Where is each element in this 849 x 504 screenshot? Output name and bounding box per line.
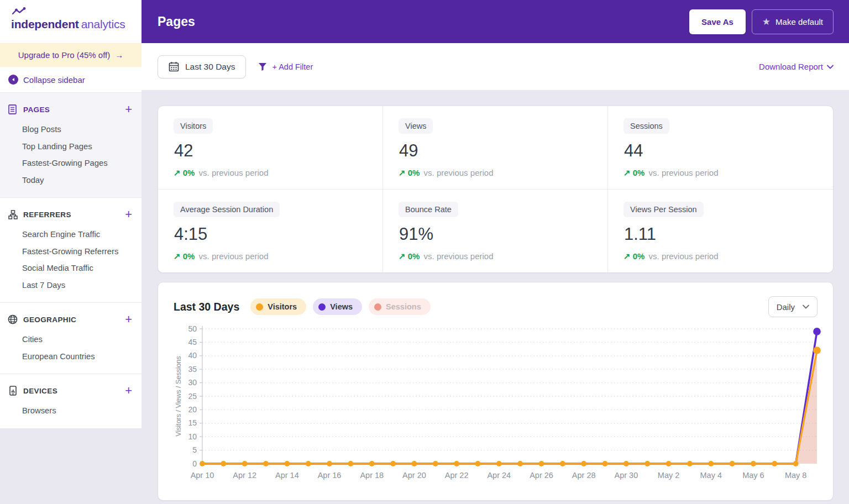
stat-compare-label: vs. previous period <box>421 251 493 261</box>
add-filter-button[interactable]: + Add Filter <box>258 62 313 71</box>
globe-icon <box>8 314 18 324</box>
stat-label-badge: Views <box>399 118 433 134</box>
collapse-sidebar-button[interactable]: Collapse sidebar <box>0 67 142 93</box>
legend-dot-sessions <box>374 303 381 311</box>
svg-text:Apr 16: Apr 16 <box>318 471 342 480</box>
sidebar-item-browsers[interactable]: Browsers <box>22 402 142 419</box>
sidebar-item-search-engine-traffic[interactable]: Search Engine Traffic <box>22 226 142 243</box>
sidebar-item-blog-posts[interactable]: Blog Posts <box>22 121 142 138</box>
stat-card-views-per-session: Views Per Session1.11↗ 0% vs. previous p… <box>608 190 833 272</box>
sidebar-item-fastest-growing-pages[interactable]: Fastest-Growing Pages <box>22 155 142 172</box>
svg-text:Apr 18: Apr 18 <box>360 471 384 480</box>
funnel-icon <box>258 62 267 71</box>
svg-text:Apr 26: Apr 26 <box>530 471 553 480</box>
sidebar-item-today[interactable]: Today <box>22 172 142 189</box>
trend-up-icon: ↗ 0% <box>623 168 644 177</box>
stat-value: 42 <box>174 141 367 161</box>
legend-label: Views <box>330 302 353 311</box>
content-area: Visitors42↗ 0% vs. previous periodViews4… <box>142 90 849 504</box>
chart-legend: VisitorsViewsSessions <box>250 298 430 315</box>
make-default-button[interactable]: ★ Make default <box>752 9 834 34</box>
chart-header: Last 30 Days VisitorsViewsSessions Daily <box>174 296 824 317</box>
sidebar: independentanalytics Upgrade to Pro (45%… <box>0 0 142 504</box>
document-icon <box>8 104 18 114</box>
svg-text:Apr 28: Apr 28 <box>572 471 596 480</box>
upgrade-label: Upgrade to Pro (45% off) <box>18 50 110 60</box>
legend-dot-visitors <box>256 303 263 311</box>
sidebar-section-header-devices[interactable]: DEVICES+ <box>0 382 142 399</box>
svg-text:20: 20 <box>188 405 197 414</box>
stat-card-visitors: Visitors42↗ 0% vs. previous period <box>158 106 383 190</box>
line-chart-logo-icon <box>12 7 27 15</box>
svg-text:10: 10 <box>188 432 197 441</box>
stat-label-badge: Visitors <box>174 118 213 134</box>
download-report-button[interactable]: Download Report <box>759 62 834 71</box>
filter-bar: Last 30 Days + Add Filter Download Repor… <box>142 43 849 90</box>
save-as-button[interactable]: Save As <box>689 9 746 34</box>
topbar-actions: Save As ★ Make default <box>689 9 834 34</box>
add-devices-report-button[interactable]: + <box>125 385 132 397</box>
stat-compare-label: vs. previous period <box>196 168 268 177</box>
sidebar-section-header-pages[interactable]: PAGES+ <box>0 101 142 118</box>
trend-up-icon: ↗ 0% <box>399 168 420 177</box>
date-range-button[interactable]: Last 30 Days <box>158 55 246 78</box>
legend-dot-views <box>318 303 326 311</box>
stat-compare-label: vs. previous period <box>421 168 493 177</box>
stat-change: ↗ 0% vs. previous period <box>399 168 592 178</box>
legend-pill-views[interactable]: Views <box>313 298 362 315</box>
interval-select[interactable]: Daily <box>768 296 817 317</box>
svg-text:Apr 14: Apr 14 <box>275 471 299 480</box>
make-default-label: Make default <box>775 17 823 27</box>
stat-label-badge: Views Per Session <box>623 202 704 217</box>
stat-compare-label: vs. previous period <box>196 251 268 261</box>
sidebar-section-referrers: REFERRERS+Search Engine TrafficFastest-G… <box>0 198 142 303</box>
date-range-label: Last 30 Days <box>185 62 235 72</box>
brand-name-light: analytics <box>81 18 125 30</box>
add-referrers-report-button[interactable]: + <box>125 208 132 221</box>
sidebar-item-social-media-traffic[interactable]: Social Media Traffic <box>22 260 142 277</box>
svg-text:Apr 20: Apr 20 <box>402 471 426 480</box>
svg-text:45: 45 <box>188 338 197 347</box>
brand-name: independentanalytics <box>11 18 125 31</box>
legend-pill-visitors[interactable]: Visitors <box>250 298 306 315</box>
stat-change: ↗ 0% vs. previous period <box>399 251 592 261</box>
stat-value: 4:15 <box>174 224 367 244</box>
line-chart-svg: 05101520253035404550Apr 10Apr 12Apr 14Ap… <box>174 324 825 487</box>
sidebar-section-header-referrers[interactable]: REFERRERS+ <box>0 206 142 223</box>
sidebar-section-label-geographic: GEOGRAPHIC <box>23 316 76 324</box>
add-geographic-report-button[interactable]: + <box>125 313 132 326</box>
svg-text:May 8: May 8 <box>785 471 807 480</box>
legend-label: Sessions <box>386 302 421 311</box>
sidebar-section-header-geographic[interactable]: GEOGRAPHIC+ <box>0 311 142 328</box>
svg-text:Apr 22: Apr 22 <box>445 471 469 480</box>
collapse-arrow-icon <box>8 75 18 85</box>
svg-text:May 6: May 6 <box>742 471 764 480</box>
sidebar-item-last-7-days[interactable]: Last 7 Days <box>22 277 142 294</box>
sidebar-item-european-countries[interactable]: European Countries <box>22 348 142 365</box>
svg-text:0: 0 <box>192 459 197 468</box>
stat-value: 91% <box>399 224 592 244</box>
chart-title: Last 30 Days <box>174 301 239 313</box>
arrow-right-icon: → <box>115 50 123 60</box>
brand-logo[interactable]: independentanalytics <box>0 0 142 43</box>
sidebar-item-fastest-growing-referrers[interactable]: Fastest-Growing Referrers <box>22 243 142 260</box>
upgrade-to-pro-link[interactable]: Upgrade to Pro (45% off) → <box>0 43 142 67</box>
add-pages-report-button[interactable]: + <box>125 103 132 116</box>
sidebar-item-cities[interactable]: Cities <box>22 331 142 348</box>
stat-value: 44 <box>624 141 817 161</box>
stat-card-views: Views49↗ 0% vs. previous period <box>383 106 608 190</box>
sidebar-section-label-pages: PAGES <box>23 106 50 114</box>
legend-pill-sessions[interactable]: Sessions <box>369 298 431 315</box>
trend-up-icon: ↗ 0% <box>174 168 195 177</box>
svg-text:15: 15 <box>188 418 197 427</box>
legend-label: Visitors <box>268 302 297 311</box>
sidebar-item-top-landing-pages[interactable]: Top Landing Pages <box>22 138 142 155</box>
svg-text:25: 25 <box>188 392 197 401</box>
stat-compare-label: vs. previous period <box>646 168 718 177</box>
svg-text:35: 35 <box>188 365 197 374</box>
traffic-chart: 05101520253035404550Apr 10Apr 12Apr 14Ap… <box>174 324 824 489</box>
sidebar-section-items-pages: Blog PostsTop Landing PagesFastest-Growi… <box>0 118 142 192</box>
stat-value: 1.11 <box>624 224 817 244</box>
svg-text:Apr 10: Apr 10 <box>191 471 214 480</box>
stat-value: 49 <box>399 141 592 161</box>
